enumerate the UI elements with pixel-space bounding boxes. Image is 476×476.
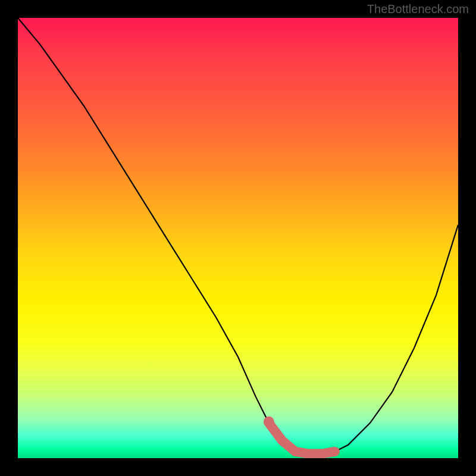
- watermark-text: TheBottleneck.com: [367, 2, 469, 16]
- bottleneck-curve-line: [18, 18, 458, 454]
- optimal-range-start-dot: [264, 416, 274, 427]
- chart-svg: [18, 18, 458, 458]
- plot-area: [18, 18, 458, 458]
- chart-container: TheBottleneck.com: [0, 0, 476, 476]
- optimal-range-marker: [269, 423, 335, 454]
